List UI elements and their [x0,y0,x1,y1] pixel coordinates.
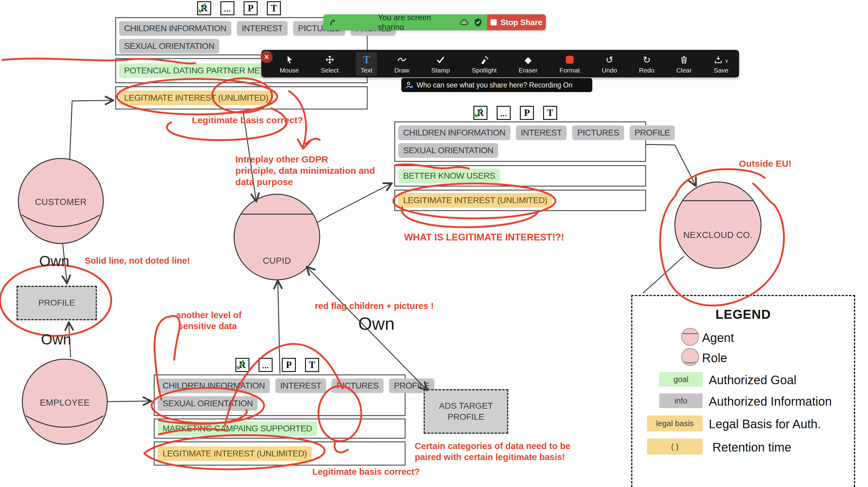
annotation-toolbar: Mouse Select T Text Draw Stamp [261,50,739,77]
save-icon [714,55,723,64]
legend-info-label: Authorized Information [709,395,832,408]
share-message: You are screen sharing [378,15,455,30]
close-toolbar-button[interactable]: × [261,51,272,63]
cupid-authorized-info-box: CHILDREN INFORMATION INTEREST PICTURES P… [394,121,646,162]
share-visibility-tooltip: Who can see what you share here? Recordi… [401,78,592,92]
retention-swatch: ( ) [647,439,703,455]
note-certain-1: Certain categories of data need to be [415,441,570,451]
legend-title: LEGEND [632,307,854,322]
own-label-cupid: Own [358,313,395,334]
tool-draw[interactable]: Draw [394,53,409,74]
read-permission-icon: R✓ [197,1,211,15]
permission-icons-cupid: R✓ ... P T [473,106,557,120]
legend-agent-label: Agent [702,331,734,345]
tool-select[interactable]: Select [321,53,339,74]
tool-clear[interactable]: Clear [676,53,692,74]
customer-legal-box: LEGITIMATE INTEREST (UNLIMITED) [115,86,368,110]
employee-legal-box: LEGITIMATE INTEREST (UNLIMITED) [154,441,406,466]
tool-spotlight[interactable]: Spotlight [472,53,497,74]
share-arrow-icon [328,18,337,27]
dots-permission-icon: ... [497,106,511,120]
note-red-flag: red flag children + pictures ! [315,301,434,311]
note-solid-line: Solid line, not doted line! [85,256,190,266]
green-check-icon: ✓ [194,0,210,18]
format-color-icon [566,53,574,66]
note-outside-eu: Outside EU! [739,159,792,169]
share-status: You are screen sharing [323,15,487,30]
info-chip: SEXUAL ORIENTATION [119,39,219,54]
permission-icons-employee: R✓ ... P T [235,358,319,372]
info-chip: PROFILE [630,125,675,140]
spotlight-pen-icon [479,53,489,66]
person-icon [406,81,413,89]
dots-permission-icon: ... [220,1,235,15]
tool-undo[interactable]: ↺ Undo [602,53,617,74]
cloud-recording-icon [459,18,469,27]
tool-text[interactable]: T Text [356,52,377,76]
legend-goal-label: Authorized Goal [709,373,797,387]
nexcloud-label: NEXCLOUD CO. [683,230,753,240]
legal-basis-swatch: legal basis [647,416,703,431]
stop-icon [491,19,497,25]
info-chip: SEXUAL ORIENTATION [158,396,258,411]
employee-goal-box: MARKETING CAMPAING SUPPORTED [154,419,406,439]
info-chip: CHILDREN INFORMATION [158,378,270,393]
save-chevron-icon: ∨ [725,58,728,64]
stop-share-button[interactable]: Stop Share [487,15,546,30]
profile-resource-box: PROFILE [17,286,97,320]
tool-redo[interactable]: ↻ Redo [639,53,654,74]
permission-icons-customer: R✓ ... P T [197,1,281,15]
legend-box: LEGEND Agent Role goal Authorized Goal i… [631,295,855,487]
info-swatch: info [659,393,703,408]
info-chip: PICTURES [572,125,624,140]
transfer-permission-icon: T [267,1,281,15]
cupid-label: CUPID [263,256,291,266]
legal-basis-chip: LEGITIMATE INTEREST (UNLIMITED) [119,90,273,105]
tool-save[interactable]: ∨ Save [714,53,728,74]
eraser-diamond-icon: ◆ [524,53,531,66]
legal-basis-chip: LEGITIMATE INTEREST (UNLIMITED) [398,193,552,208]
note-another-level-1: another level of [176,310,242,320]
text-tool-icon: T [363,53,370,66]
employee-label: EMPLOYEE [40,398,90,408]
cupid-legal-box: LEGITIMATE INTEREST (UNLIMITED) [394,190,646,211]
note-another-level-2: sensitive data [178,321,237,331]
ads-target-profile-resource-box: ADS TARGET PROFILE [424,389,508,434]
cupid-goal-box: BETTER KNOW USERS [394,165,646,187]
info-chip: PICTURES [332,378,383,393]
draw-wave-icon [397,53,407,66]
mouse-cursor-icon [285,53,294,66]
info-chip: SEXUAL ORIENTATION [398,143,498,158]
process-permission-icon: P [282,358,296,372]
info-chip: INTEREST [237,21,288,36]
shared-screen: R✓ ... P T CHILDREN INFORMATION INTEREST… [0,0,868,487]
nexcloud-agent-circle [675,182,761,268]
tool-eraser[interactable]: ◆ Eraser [519,53,537,74]
transfer-permission-icon: T [543,106,557,120]
screen-share-bar: You are screen sharing Stop Share [323,15,546,30]
read-permission-icon: R✓ [473,106,488,120]
tool-stamp[interactable]: Stamp [431,53,450,74]
tool-format[interactable]: Format [560,53,580,74]
goal-swatch: goal [659,372,703,386]
info-chip: CHILDREN INFORMATION [119,21,231,36]
info-chip: INTEREST [516,125,567,140]
trash-icon [679,53,689,66]
note-certain-2: paired with certain legitimate basis! [415,452,565,462]
dots-permission-icon: ... [258,358,273,372]
legend-role-label: Role [702,351,727,365]
agent-swatch [681,328,699,346]
green-check-icon: ✓ [471,104,487,122]
cupid-agent-circle [234,194,320,280]
goal-chip: POTENCIAL DATING PARTNER MET [119,63,270,78]
process-permission-icon: P [520,106,534,120]
note-gdpr-2: principle, data minimization and [235,166,375,176]
own-label-customer: Own [39,253,69,269]
transfer-permission-icon: T [305,358,319,372]
move-select-icon [325,53,334,66]
note-what-is-legit: WHAT IS LEGITIMATE INTEREST!?! [404,232,564,243]
note-legit-basis-bottom: Legitimate basis correct? [312,467,420,477]
info-chip: CHILDREN INFORMATION [398,125,510,140]
customer-label: CUSTOMER [35,197,87,207]
tool-mouse[interactable]: Mouse [280,53,299,74]
